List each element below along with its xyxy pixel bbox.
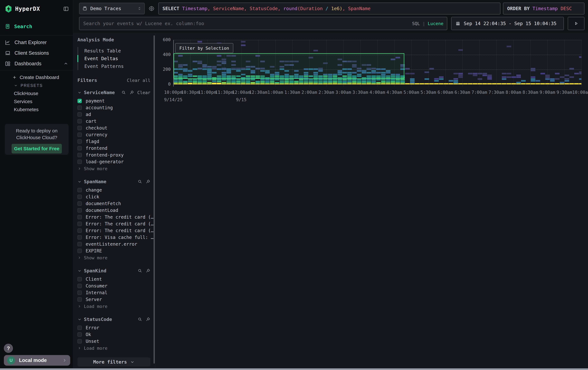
pin-icon[interactable]	[146, 317, 150, 322]
checkbox[interactable]	[77, 222, 82, 226]
filter-option-internal[interactable]: Internal	[77, 289, 150, 296]
filter-option-error[interactable]: Error	[77, 324, 150, 331]
sql-orderby-editor[interactable]: ORDER BY Timestamp DESC	[503, 3, 584, 14]
checkbox[interactable]	[77, 201, 82, 206]
filter-option-load-generator[interactable]: load-generator	[77, 158, 150, 165]
filter-option-ok[interactable]: Ok	[77, 331, 150, 338]
checkbox[interactable]	[77, 146, 82, 150]
filter-option-flagd[interactable]: flagd	[77, 138, 150, 145]
checkbox[interactable]	[77, 126, 82, 130]
filter-option-ad[interactable]: ad	[77, 111, 150, 118]
sidebar-item-client-sessions[interactable]: Client Sessions	[0, 48, 73, 58]
language-toggle-lucene[interactable]: Lucene	[428, 21, 443, 26]
search-icon[interactable]	[121, 90, 126, 95]
local-mode-button[interactable]: U Local mode	[4, 355, 70, 366]
filter-section-title[interactable]: StatusCode	[84, 317, 135, 322]
more-filters-button[interactable]: More filters	[77, 358, 150, 366]
filter-option-frontend-proxy[interactable]: frontend-proxy	[77, 151, 150, 158]
filter-option-checkout[interactable]: checkout	[77, 125, 150, 131]
chevron-down-icon[interactable]	[77, 180, 82, 184]
search-icon[interactable]	[137, 268, 142, 273]
show-more-link[interactable]: Show more	[77, 165, 150, 172]
filter-option-eventlistener-error[interactable]: eventListener.error	[77, 241, 150, 247]
analysis-mode-results-table[interactable]: Results Table	[78, 47, 150, 55]
filter-option-error-the-credit-card[interactable]: Error: The credit card (…	[77, 214, 150, 220]
search-icon[interactable]	[137, 179, 142, 184]
filter-option-server[interactable]: Server	[77, 296, 150, 303]
pin-icon[interactable]	[146, 268, 150, 273]
filter-option-consumer[interactable]: Consumer	[77, 282, 150, 289]
filter-option-error-the-credit-card[interactable]: Error: The credit card (…	[77, 227, 150, 234]
checkbox[interactable]	[77, 339, 82, 343]
language-toggle-sql[interactable]: SQL	[412, 21, 420, 26]
show-more-link[interactable]: Show more	[77, 254, 150, 261]
sidebar-item-services[interactable]: Services	[0, 98, 73, 106]
filter-option-frontend[interactable]: frontend	[77, 145, 150, 151]
clear-all-button[interactable]: Clear all	[127, 78, 150, 83]
checkbox[interactable]	[77, 229, 82, 233]
load-more-link[interactable]: Load more	[77, 345, 150, 352]
filter-option-documentfetch[interactable]: documentFetch	[77, 200, 150, 207]
checkbox[interactable]	[77, 215, 82, 219]
clear-filter-button[interactable]: Clear	[137, 90, 150, 95]
chart-selection-rectangle[interactable]	[174, 53, 404, 79]
source-settings-button[interactable]	[147, 5, 156, 11]
checkbox[interactable]	[77, 106, 82, 110]
sidebar-item-search[interactable]: Search	[0, 21, 73, 31]
checkbox[interactable]	[77, 277, 82, 281]
filter-option-unset[interactable]: Unset	[77, 338, 150, 345]
filter-option-cart[interactable]: cart	[77, 118, 150, 125]
checkbox[interactable]	[77, 284, 82, 288]
filter-by-selection-tooltip[interactable]: Filter by Selection	[175, 43, 233, 53]
search-icon[interactable]	[137, 317, 142, 322]
filter-option-change[interactable]: change	[77, 187, 150, 193]
filter-option-payment[interactable]: payment	[77, 98, 150, 104]
checkbox[interactable]	[77, 139, 82, 144]
get-started-button[interactable]: Get Started for Free	[11, 144, 62, 153]
load-more-link[interactable]: Load more	[77, 303, 150, 310]
search-input[interactable]	[83, 20, 410, 26]
filters-scrollbar[interactable]	[154, 35, 155, 364]
checkbox[interactable]	[77, 160, 82, 164]
chevron-down-icon[interactable]	[77, 269, 82, 273]
sidebar-item-dashboards[interactable]: Dashboards	[0, 58, 73, 69]
filter-option-expire[interactable]: EXPIRE	[77, 247, 150, 254]
date-range-picker[interactable]: Sep 14 22:04:35 - Sep 15 10:04:35	[451, 17, 564, 30]
checkbox[interactable]	[77, 119, 82, 123]
checkbox[interactable]	[77, 132, 82, 137]
presets-toggle[interactable]: PRESETS	[0, 81, 73, 90]
filter-option-client[interactable]: Client	[77, 276, 150, 282]
chevron-down-icon[interactable]	[77, 90, 82, 95]
help-button[interactable]: ?	[4, 344, 13, 353]
sidebar-item-clickhouse[interactable]: ClickHouse	[0, 90, 73, 98]
checkbox[interactable]	[77, 332, 82, 337]
filter-section-title[interactable]: ServiceName	[84, 90, 119, 95]
run-query-button[interactable]	[568, 17, 584, 30]
filter-option-click[interactable]: click	[77, 193, 150, 200]
horizontal-scrollbar[interactable]	[0, 368, 588, 370]
pin-icon[interactable]	[146, 179, 150, 184]
analysis-mode-event-patterns[interactable]: Event Patterns	[78, 62, 150, 70]
collapse-sidebar-icon[interactable]	[63, 6, 69, 12]
checkbox[interactable]	[77, 242, 82, 246]
analysis-mode-event-deltas[interactable]: Event Deltas	[78, 55, 150, 62]
checkbox[interactable]	[77, 235, 82, 240]
sidebar-item-kubernetes[interactable]: Kubernetes	[0, 106, 73, 114]
checkbox-checked[interactable]	[77, 99, 82, 103]
pin-icon[interactable]	[129, 90, 134, 95]
checkbox[interactable]	[77, 153, 82, 157]
sql-select-editor[interactable]: SELECT Timestamp, ServiceName, StatusCod…	[158, 3, 500, 14]
checkbox[interactable]	[77, 297, 82, 302]
checkbox[interactable]	[77, 112, 82, 117]
filter-option-currency[interactable]: currency	[77, 131, 150, 138]
checkbox[interactable]	[77, 249, 82, 253]
chevron-up-icon[interactable]	[63, 61, 68, 66]
sidebar-item-chart-explorer[interactable]: Chart Explorer	[0, 37, 73, 48]
filter-option-error-the-credit-card[interactable]: Error: The credit card (…	[77, 220, 150, 227]
checkbox[interactable]	[77, 326, 82, 330]
filter-section-title[interactable]: SpanKind	[84, 268, 135, 273]
checkbox[interactable]	[77, 290, 82, 295]
filter-option-error-visa-cache-full[interactable]: Error: Visa cache full: …	[77, 234, 150, 241]
chevron-down-icon[interactable]	[77, 317, 82, 321]
create-dashboard-button[interactable]: Create Dashboard	[0, 73, 73, 81]
